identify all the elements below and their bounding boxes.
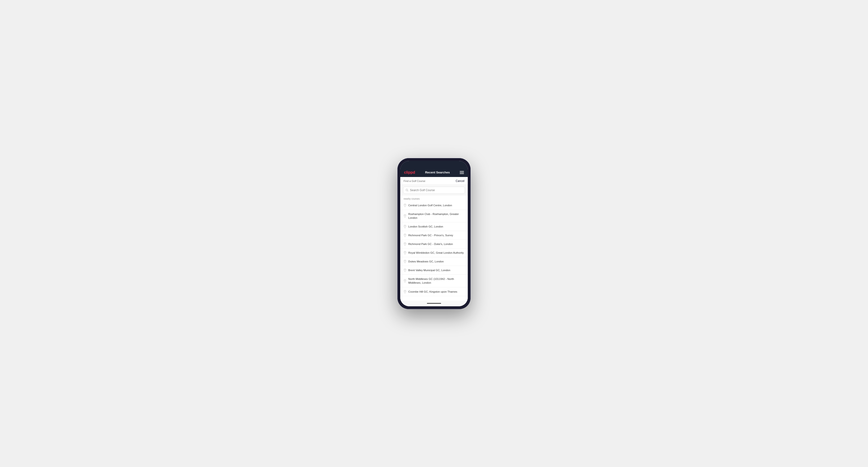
svg-point-9: [405, 269, 405, 270]
phone-frame: clippd Recent Searches Find a Golf Cours…: [397, 158, 471, 309]
course-name: Richmond Park GC - Duke's, London: [408, 242, 453, 246]
list-item[interactable]: North Middlesex GC (1011942 - North Midd…: [400, 275, 468, 287]
svg-point-2: [405, 205, 405, 205]
home-indicator-area: [400, 301, 468, 306]
pin-icon: [404, 251, 406, 254]
page-title: Recent Searches: [425, 170, 450, 174]
status-bar: [400, 161, 468, 168]
course-name: Richmond Park GC - Prince's, Surrey: [408, 234, 453, 237]
app-header: clippd Recent Searches: [400, 168, 468, 177]
menu-button[interactable]: [460, 171, 464, 174]
list-item[interactable]: Central London Golf Centre, London: [400, 201, 468, 210]
app-logo: clippd: [404, 170, 415, 175]
svg-point-4: [405, 226, 405, 226]
cancel-button[interactable]: Cancel: [456, 179, 464, 183]
find-label: Find a Golf Course: [404, 180, 425, 182]
list-item[interactable]: London Scottish GC, London: [400, 222, 468, 231]
pin-icon: [404, 234, 406, 237]
course-name: Coombe Hill GC, Kingston upon Thames: [408, 290, 457, 293]
list-item[interactable]: Brent Valley Municipal GC, London: [400, 266, 468, 275]
pin-icon: [404, 214, 406, 218]
course-name: Royal Wimbledon GC, Great London Authori…: [408, 251, 464, 255]
pin-icon: [404, 204, 406, 207]
hamburger-line-3: [460, 174, 464, 174]
pin-icon: [404, 260, 406, 263]
search-container: [400, 185, 468, 196]
svg-point-7: [405, 252, 405, 252]
nearby-section: Nearby courses Central London Golf Centr…: [400, 196, 468, 301]
search-box: [403, 187, 465, 194]
home-indicator: [427, 303, 441, 304]
pin-icon: [404, 279, 406, 282]
pin-icon: [404, 225, 406, 228]
search-input[interactable]: [410, 189, 462, 192]
list-item[interactable]: Coombe Hill GC, Kingston upon Thames: [400, 287, 468, 296]
svg-point-10: [405, 280, 405, 281]
course-name: North Middlesex GC (1011942 - North Midd…: [408, 277, 464, 285]
list-item[interactable]: Richmond Park GC - Duke's, London: [400, 240, 468, 248]
pin-icon: [404, 242, 406, 246]
list-item[interactable]: Richmond Park GC - Prince's, Surrey: [400, 231, 468, 240]
svg-line-1: [408, 190, 408, 191]
svg-point-3: [405, 215, 405, 216]
list-item[interactable]: Royal Wimbledon GC, Great London Authori…: [400, 248, 468, 257]
screen-content: Find a Golf Course Cancel Nearby courses: [400, 177, 468, 306]
hamburger-line-1: [460, 171, 464, 172]
svg-point-8: [405, 260, 405, 261]
pin-icon: [404, 269, 406, 272]
pin-icon: [404, 290, 406, 293]
course-name: Central London Golf Centre, London: [408, 204, 452, 207]
phone-screen: clippd Recent Searches Find a Golf Cours…: [400, 161, 468, 306]
svg-point-11: [405, 291, 405, 291]
course-name: Roehampton Club - Roehampton, Greater Lo…: [408, 212, 464, 220]
svg-point-5: [405, 234, 405, 235]
svg-point-6: [405, 243, 405, 244]
search-icon: [406, 189, 408, 192]
hamburger-line-2: [460, 172, 464, 173]
nearby-label: Nearby courses: [400, 196, 468, 201]
course-name: Brent Valley Municipal GC, London: [408, 268, 450, 272]
course-name: Dukes Meadows GC, London: [408, 259, 444, 263]
find-bar: Find a Golf Course Cancel: [400, 177, 468, 185]
course-name: London Scottish GC, London: [408, 225, 443, 228]
list-item[interactable]: Roehampton Club - Roehampton, Greater Lo…: [400, 210, 468, 222]
list-item[interactable]: Dukes Meadows GC, London: [400, 257, 468, 266]
course-list: Central London Golf Centre, London Roeha…: [400, 201, 468, 296]
